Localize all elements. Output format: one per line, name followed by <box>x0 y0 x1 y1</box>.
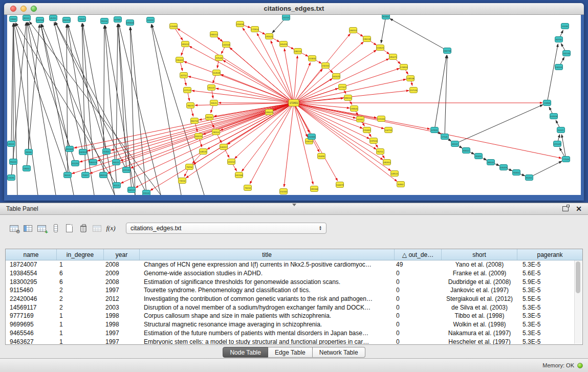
network-node[interactable]: 191621 <box>266 34 273 39</box>
network-node[interactable]: 121531 <box>123 167 130 173</box>
function-builder-icon[interactable]: f(x) <box>104 222 118 235</box>
table-row[interactable]: 946554611997Estimation of the future num… <box>6 329 582 338</box>
network-node[interactable]: 157516 <box>410 87 418 93</box>
network-node[interactable]: 76254 <box>186 164 193 170</box>
table-options-icon[interactable]: ⚙ <box>7 222 21 235</box>
network-node[interactable]: 190313 <box>63 17 71 23</box>
network-node[interactable]: 95124 <box>101 18 108 24</box>
column-header-name[interactable]: name <box>6 249 57 260</box>
float-panel-icon[interactable] <box>562 206 569 211</box>
close-window-icon[interactable] <box>10 6 16 12</box>
network-node[interactable]: 57141 <box>441 134 449 140</box>
split-pane-handle-icon[interactable] <box>292 204 296 206</box>
network-node[interactable]: 220658 <box>236 21 244 27</box>
column-header-pagerank[interactable]: pagerank <box>517 249 582 260</box>
network-node[interactable]: 95013 <box>10 159 17 165</box>
network-canvas[interactable]: 1724011204631816121904224275212751296073… <box>7 15 581 195</box>
network-node[interactable]: 120703 <box>36 17 44 23</box>
network-node[interactable]: 132201 <box>322 63 330 69</box>
network-node[interactable]: 85122 <box>208 85 215 91</box>
network-node[interactable]: 102618 <box>550 114 558 119</box>
network-node[interactable]: 590514 <box>100 172 107 178</box>
network-node[interactable]: 55193 <box>561 24 569 29</box>
network-node[interactable]: 148508 <box>407 76 415 81</box>
network-node[interactable]: 15958 <box>543 100 551 106</box>
network-node[interactable]: 75317 <box>82 172 90 178</box>
table-row[interactable]: 1830029562008Estimation of significance … <box>6 277 582 286</box>
network-node[interactable]: 127512 <box>184 87 191 93</box>
tab-network-table[interactable]: Network Table <box>313 347 365 358</box>
network-node[interactable]: 153621 <box>377 45 384 51</box>
network-node[interactable]: 98103 <box>487 160 495 165</box>
table-row[interactable]: 911546021997Tourette syndrome. Phenomeno… <box>6 286 582 295</box>
network-node[interactable]: 83103 <box>143 190 150 195</box>
network-node[interactable]: 261605 <box>66 146 74 152</box>
network-node[interactable]: 46101 <box>8 141 15 147</box>
network-node[interactable]: 360712 <box>191 118 199 124</box>
network-node[interactable]: 183404 <box>126 20 134 26</box>
network-node[interactable]: 185471 <box>389 54 397 60</box>
network-node[interactable]: 165419 <box>280 41 288 47</box>
network-node[interactable]: 46102 <box>451 141 459 147</box>
network-node[interactable]: 108531 <box>200 149 207 155</box>
network-node[interactable]: 77103 <box>562 157 570 162</box>
network-node[interactable]: 185951 <box>383 160 391 165</box>
network-node[interactable]: 141531 <box>563 51 571 56</box>
network-node[interactable]: 151845 <box>308 134 316 140</box>
network-node[interactable]: 192913 <box>79 149 87 155</box>
network-node[interactable]: 121043 <box>554 141 561 147</box>
network-node[interactable]: 104701 <box>385 127 393 133</box>
network-node[interactable]: 73154 <box>179 178 186 184</box>
network-node[interactable]: 81511 <box>23 15 31 21</box>
network-node[interactable]: 95751 <box>377 149 384 155</box>
table-row[interactable]: 977716911998Corpus callosum shape and si… <box>6 312 582 320</box>
network-node[interactable]: 104122 <box>128 187 136 193</box>
column-header-title[interactable]: title <box>140 249 395 260</box>
network-node[interactable]: 106317 <box>220 144 228 150</box>
column-header-in-degree[interactable]: in_degree <box>57 249 104 260</box>
network-node[interactable]: 76153 <box>244 185 252 191</box>
network-node[interactable]: 590513 <box>90 160 97 165</box>
minimize-window-icon[interactable] <box>20 6 27 12</box>
import-table-icon[interactable] <box>90 222 104 235</box>
network-node[interactable]: 190422 <box>176 57 184 63</box>
network-node[interactable]: 196132 <box>363 36 371 42</box>
network-node[interactable]: 251211 <box>72 161 79 166</box>
column-header-short[interactable]: short <box>442 249 517 260</box>
table-source-dropdown[interactable]: citations_edges.txt ▲▼ <box>126 223 326 234</box>
network-node[interactable]: 96101 <box>64 172 72 178</box>
network-node[interactable]: 26160 <box>25 149 33 155</box>
network-node[interactable]: 19341 <box>10 16 17 22</box>
network-node[interactable]: 149521 <box>391 171 399 177</box>
network-node[interactable]: 33191 <box>8 175 15 181</box>
network-node[interactable]: 90121 <box>113 160 120 165</box>
network-node[interactable]: 106419 <box>500 165 508 170</box>
network-nodes[interactable]: 1724011204631816121904224275212751296073… <box>8 15 571 195</box>
network-node[interactable]: 92121 <box>113 183 121 188</box>
table-row[interactable]: 1456911722003Disruption of a novel membe… <box>6 303 582 312</box>
network-node[interactable]: 166012 <box>210 32 218 37</box>
network-node[interactable]: 80961 <box>397 182 405 187</box>
network-node[interactable]: 172814 <box>251 27 259 32</box>
network-node[interactable]: 104473 <box>336 182 344 188</box>
network-node[interactable]: 96073 <box>187 103 194 108</box>
network-node[interactable]: 220461 <box>363 127 371 133</box>
network-hub-node[interactable]: 172401 <box>289 100 299 106</box>
edit-columns-icon[interactable]: + <box>35 222 49 235</box>
tab-edge-table[interactable]: Edge Table <box>268 347 313 358</box>
network-node[interactable]: 59051 <box>23 166 31 171</box>
table-row[interactable]: 1938455462009Genome-wide association stu… <box>6 269 582 278</box>
network-node[interactable]: 61053 <box>147 17 155 23</box>
network-node[interactable]: 91021 <box>557 127 565 133</box>
network-node[interactable]: 142004 <box>223 42 230 48</box>
network-node[interactable]: 92450 <box>513 170 520 176</box>
network-node[interactable]: 137614 <box>370 138 378 144</box>
network-node[interactable]: 196131 <box>294 49 302 54</box>
table-row[interactable]: 2242004622012Investigating the contribut… <box>6 295 582 303</box>
network-node[interactable]: 185344 <box>311 186 318 192</box>
network-node[interactable]: 92734 <box>555 37 563 42</box>
table-vertical-scrollbar[interactable] <box>574 260 582 344</box>
network-node[interactable]: 112618 <box>213 70 221 76</box>
network-node[interactable]: 161625 <box>333 74 340 79</box>
column-header-year[interactable]: year <box>104 249 140 260</box>
